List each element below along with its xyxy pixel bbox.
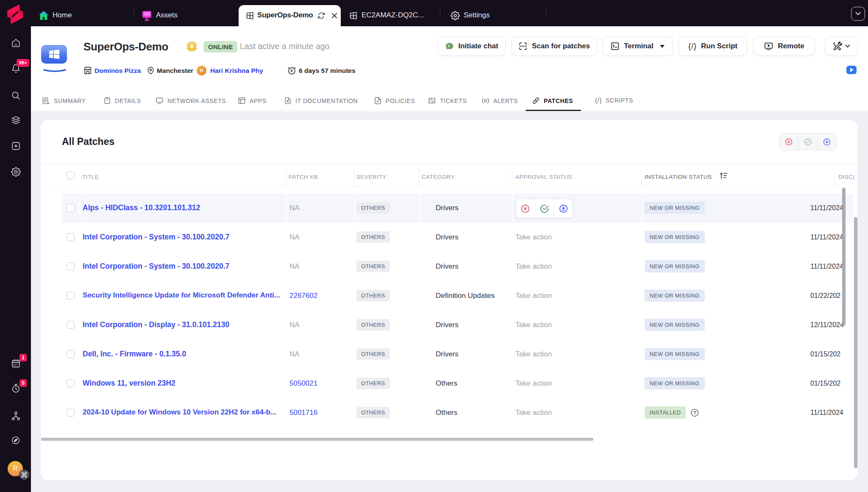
svg-text:?: ?	[693, 410, 696, 415]
